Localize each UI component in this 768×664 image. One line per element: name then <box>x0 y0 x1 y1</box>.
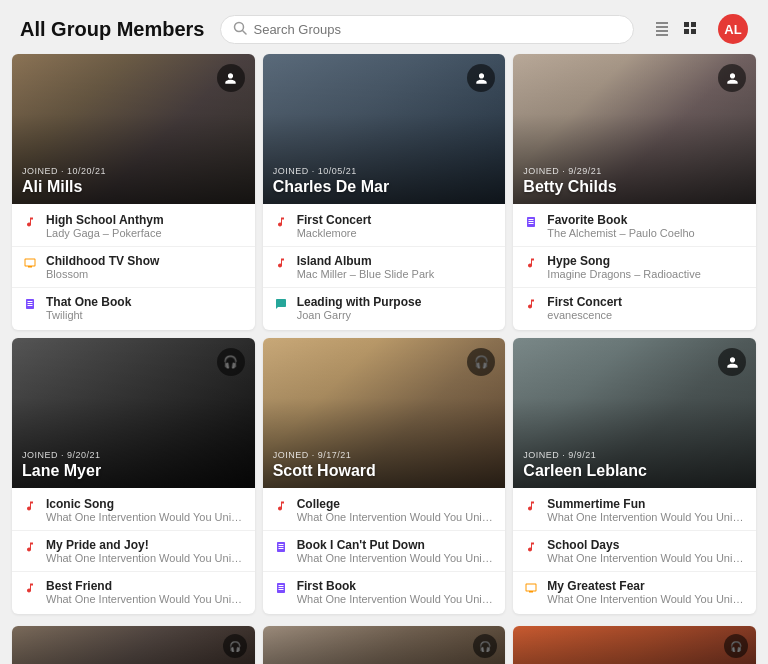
item-subtitle: What One Intervention Would You Uninv... <box>46 511 245 523</box>
member-card[interactable]: 🎧 JOINED · 9/17/21 Scott Howard College … <box>263 338 506 614</box>
item-text: Hype Song Imagine Dragons – Radioactive <box>547 254 746 280</box>
member-name: Lane Myer <box>22 462 101 480</box>
search-icon <box>233 21 247 38</box>
music-icon <box>273 498 289 514</box>
member-card[interactable]: JOINED · 10/05/21 Charles De Mar First C… <box>263 54 506 330</box>
partial-member-card[interactable]: 🎧 <box>263 626 506 664</box>
card-item: First Concert evanescence <box>513 288 756 328</box>
music-icon <box>523 296 539 312</box>
card-items: College What One Intervention Would You … <box>263 488 506 614</box>
card-item: College What One Intervention Would You … <box>263 490 506 531</box>
item-text: Book I Can't Put Down What One Intervent… <box>297 538 496 564</box>
grid-view-button[interactable] <box>678 16 702 43</box>
item-subtitle: evanescence <box>547 309 746 321</box>
item-subtitle: What One Intervention Would You Uninv... <box>297 552 496 564</box>
card-item: Childhood TV Show Blossom <box>12 247 255 288</box>
partial-overlay <box>263 626 506 664</box>
item-subtitle: Imagine Dragons – Radioactive <box>547 268 746 280</box>
partial-member-card[interactable]: 🎧 <box>513 626 756 664</box>
item-title: Best Friend <box>46 579 245 593</box>
partial-type-icon: 🎧 <box>223 634 247 658</box>
card-photo: 🎧 JOINED · 9/20/21 Lane Myer <box>12 338 255 488</box>
card-item: Best Friend What One Intervention Would … <box>12 572 255 612</box>
item-title: Iconic Song <box>46 497 245 511</box>
search-bar[interactable] <box>220 15 634 44</box>
joined-date: JOINED · 9/20/21 <box>22 450 101 460</box>
card-items: Iconic Song What One Intervention Would … <box>12 488 255 614</box>
item-text: First Concert evanescence <box>547 295 746 321</box>
joined-date: JOINED · 10/20/21 <box>22 166 106 176</box>
view-toggle <box>650 16 702 43</box>
card-photo: JOINED · 10/20/21 Ali Mills <box>12 54 255 204</box>
item-text: College What One Intervention Would You … <box>297 497 496 523</box>
svg-rect-7 <box>691 22 696 27</box>
item-title: Favorite Book <box>547 213 746 227</box>
joined-date: JOINED · 10/05/21 <box>273 166 390 176</box>
card-items: First Concert Macklemore Island Album Ma… <box>263 204 506 330</box>
item-subtitle: What One Intervention Would You Uninv... <box>46 593 245 605</box>
members-grid: JOINED · 10/20/21 Ali Mills High School … <box>0 54 768 626</box>
header: All Group Members <box>0 0 768 54</box>
member-name: Carleen Leblanc <box>523 462 647 480</box>
music-icon <box>273 255 289 271</box>
item-text: My Pride and Joy! What One Intervention … <box>46 538 245 564</box>
member-name: Ali Mills <box>22 178 106 196</box>
music-icon <box>273 214 289 230</box>
item-text: Best Friend What One Intervention Would … <box>46 579 245 605</box>
music-icon <box>523 255 539 271</box>
list-view-button[interactable] <box>650 16 674 43</box>
member-card[interactable]: JOINED · 10/20/21 Ali Mills High School … <box>12 54 255 330</box>
item-subtitle: What One Intervention Would You Uninv... <box>547 593 746 605</box>
item-text: Summertime Fun What One Intervention Wou… <box>547 497 746 523</box>
item-subtitle: Macklemore <box>297 227 496 239</box>
chat-icon <box>273 296 289 312</box>
page-title: All Group Members <box>20 18 204 41</box>
item-title: Book I Can't Put Down <box>297 538 496 552</box>
card-item: Book I Can't Put Down What One Intervent… <box>263 531 506 572</box>
item-subtitle: The Alchemist – Paulo Coelho <box>547 227 746 239</box>
item-title: Summertime Fun <box>547 497 746 511</box>
partial-row: 🎧 🎧 🎧 <box>0 626 768 664</box>
card-item: First Book What One Intervention Would Y… <box>263 572 506 612</box>
item-title: Island Album <box>297 254 496 268</box>
user-avatar[interactable]: AL <box>718 14 748 44</box>
member-type-icon <box>718 64 746 92</box>
item-title: First Book <box>297 579 496 593</box>
item-title: Leading with Purpose <box>297 295 496 309</box>
card-items: Favorite Book The Alchemist – Paulo Coel… <box>513 204 756 330</box>
card-photo: 🎧 JOINED · 9/17/21 Scott Howard <box>263 338 506 488</box>
member-name: Charles De Mar <box>273 178 390 196</box>
card-item: First Concert Macklemore <box>263 206 506 247</box>
member-info: JOINED · 9/29/21 Betty Childs <box>523 166 616 196</box>
music-icon <box>22 214 38 230</box>
member-card[interactable]: 🎧 JOINED · 9/20/21 Lane Myer Iconic Song… <box>12 338 255 614</box>
member-info: JOINED · 10/20/21 Ali Mills <box>22 166 106 196</box>
member-info: JOINED · 9/17/21 Scott Howard <box>273 450 376 480</box>
card-item: My Greatest Fear What One Intervention W… <box>513 572 756 612</box>
music-icon <box>22 580 38 596</box>
item-title: Childhood TV Show <box>46 254 245 268</box>
partial-overlay <box>12 626 255 664</box>
svg-rect-6 <box>684 22 689 27</box>
member-type-icon: 🎧 <box>217 348 245 376</box>
svg-rect-4 <box>656 30 668 32</box>
item-title: My Pride and Joy! <box>46 538 245 552</box>
tv-icon <box>523 580 539 596</box>
member-card[interactable]: JOINED · 9/9/21 Carleen Leblanc Summerti… <box>513 338 756 614</box>
partial-member-card[interactable]: 🎧 <box>12 626 255 664</box>
book-icon <box>523 214 539 230</box>
card-items: High School Anthym Lady Gaga – Pokerface… <box>12 204 255 330</box>
item-subtitle: What One Intervention Would You Uninv... <box>297 511 496 523</box>
search-input[interactable] <box>253 22 621 37</box>
item-subtitle: What One Intervention Would You Uninv... <box>547 552 746 564</box>
joined-date: JOINED · 9/17/21 <box>273 450 376 460</box>
partial-overlay <box>513 626 756 664</box>
item-text: Island Album Mac Miller – Blue Slide Par… <box>297 254 496 280</box>
member-name: Betty Childs <box>523 178 616 196</box>
item-subtitle: Blossom <box>46 268 245 280</box>
item-title: High School Anthym <box>46 213 245 227</box>
card-item: Leading with Purpose Joan Garry <box>263 288 506 328</box>
member-card[interactable]: JOINED · 9/29/21 Betty Childs Favorite B… <box>513 54 756 330</box>
item-title: School Days <box>547 538 746 552</box>
svg-rect-5 <box>656 34 668 36</box>
